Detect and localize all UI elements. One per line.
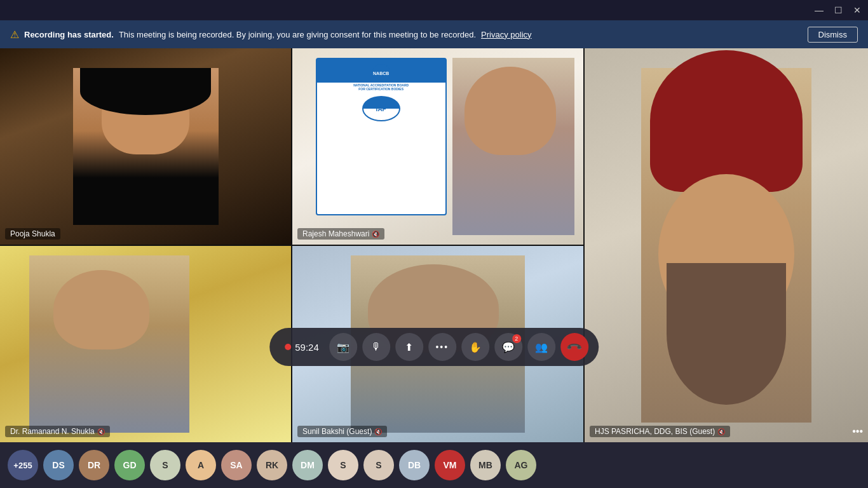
mic-muted-icon-hjs: 🔇: [717, 428, 725, 435]
recording-banner: ⚠ Recording has started. This meeting is…: [0, 20, 868, 48]
participant-name-ramanand: Dr. Ramanand N. Shukla: [10, 427, 95, 436]
title-bar: — ☐ ✕: [0, 0, 868, 20]
avatar-rk[interactable]: RK: [257, 450, 287, 480]
end-call-button[interactable]: 📞: [560, 333, 588, 361]
right-column: HJS PASRICHA, DDG, BIS (Guest) 🔇 •••: [585, 48, 868, 442]
close-button[interactable]: ✕: [851, 4, 863, 16]
camera-icon: 📷: [337, 341, 349, 353]
camera-button[interactable]: 📷: [329, 333, 357, 361]
overflow-count[interactable]: +255: [8, 450, 38, 480]
chat-button[interactable]: 💬 2: [494, 333, 522, 361]
share-button[interactable]: ⬆: [395, 333, 423, 361]
mic-muted-icon-ramanand: 🔇: [97, 428, 105, 435]
avatar-vm[interactable]: VM: [435, 450, 465, 480]
raise-hand-button[interactable]: ✋: [461, 333, 489, 361]
share-icon: ⬆: [405, 341, 413, 353]
video-cell-pooja[interactable]: Pooja Shukla: [0, 48, 291, 246]
minimize-button[interactable]: —: [813, 4, 825, 16]
call-timer: 59:24: [280, 342, 324, 353]
avatar-ag[interactable]: AG: [506, 450, 536, 480]
avatar-ds[interactable]: DS: [43, 450, 74, 480]
dismiss-button[interactable]: Dismiss: [808, 27, 858, 43]
participant-label-pooja: Pooja Shukla: [5, 228, 60, 240]
control-bar: 59:24 📷 🎙 ⬆ ••• ✋ 💬 2 👥 📞: [269, 328, 599, 366]
video-area: Pooja Shukla Dr. Ramanand N. Shukla 🔇: [0, 48, 868, 442]
privacy-policy-link[interactable]: Privacy policy: [481, 30, 531, 39]
banner-bold-text: Recording has started.: [24, 30, 114, 39]
participant-name-rajesh: Rajesh Maheshwari: [302, 229, 369, 238]
participant-label-sunil: Sunil Bakshi (Guest) 🔇: [297, 426, 387, 437]
avatar-s3[interactable]: S: [363, 450, 394, 480]
participants-button[interactable]: 👥: [527, 333, 555, 361]
mic-button[interactable]: 🎙: [362, 333, 390, 361]
mic-icon: 🎙: [371, 341, 381, 353]
hand-icon: ✋: [469, 341, 482, 353]
avatar-db[interactable]: DB: [399, 450, 430, 480]
video-cell-rajesh[interactable]: NABCB NATIONAL ACCREDITATION BOARDFOR CE…: [292, 48, 583, 246]
banner-body-text: This meeting is being recorded. By joini…: [119, 30, 476, 39]
avatar-s2[interactable]: S: [328, 450, 358, 480]
avatar-sa[interactable]: SA: [221, 450, 252, 480]
video-cell-hjs[interactable]: HJS PASRICHA, DDG, BIS (Guest) 🔇 •••: [585, 48, 868, 442]
banner-message: ⚠ Recording has started. This meeting is…: [10, 29, 532, 41]
mic-muted-icon-sunil: 🔇: [374, 428, 382, 435]
video-cell-ramanand[interactable]: Dr. Ramanand N. Shukla 🔇: [0, 246, 291, 442]
end-call-icon: 📞: [566, 338, 583, 356]
more-icon: •••: [435, 342, 449, 352]
participant-more-hjs[interactable]: •••: [852, 426, 863, 437]
mid-column: NABCB NATIONAL ACCREDITATION BOARDFOR CE…: [292, 48, 585, 442]
chat-icon: 💬: [502, 341, 515, 353]
avatar-dm[interactable]: DM: [292, 450, 323, 480]
chat-badge: 2: [512, 334, 521, 343]
avatar-s1[interactable]: S: [150, 450, 180, 480]
participant-name-pooja: Pooja Shukla: [10, 229, 55, 238]
left-column: Pooja Shukla Dr. Ramanand N. Shukla 🔇: [0, 48, 292, 442]
mic-muted-icon-rajesh: 🔇: [372, 231, 379, 238]
avatar-gd[interactable]: GD: [114, 450, 145, 480]
participant-name-sunil: Sunil Bakshi (Guest): [302, 427, 372, 436]
avatar-dr[interactable]: DR: [79, 450, 109, 480]
participant-label-hjs: HJS PASRICHA, DDG, BIS (Guest) 🔇: [590, 426, 730, 437]
participants-icon: 👥: [535, 341, 548, 353]
timer-display: 59:24: [295, 342, 319, 353]
warning-icon: ⚠: [10, 29, 19, 41]
participants-strip: +255 DS DR GD S A SA RK DM S S DB VM MB …: [0, 442, 868, 488]
more-options-button[interactable]: •••: [428, 333, 456, 361]
maximize-button[interactable]: ☐: [832, 4, 844, 16]
participant-label-ramanand: Dr. Ramanand N. Shukla 🔇: [5, 426, 110, 437]
recording-dot: [285, 344, 291, 350]
participant-name-hjs: HJS PASRICHA, DDG, BIS (Guest): [595, 427, 715, 436]
participant-label-rajesh: Rajesh Maheshwari 🔇: [297, 228, 384, 240]
avatar-mb[interactable]: MB: [470, 450, 501, 480]
avatar-a[interactable]: A: [186, 450, 216, 480]
